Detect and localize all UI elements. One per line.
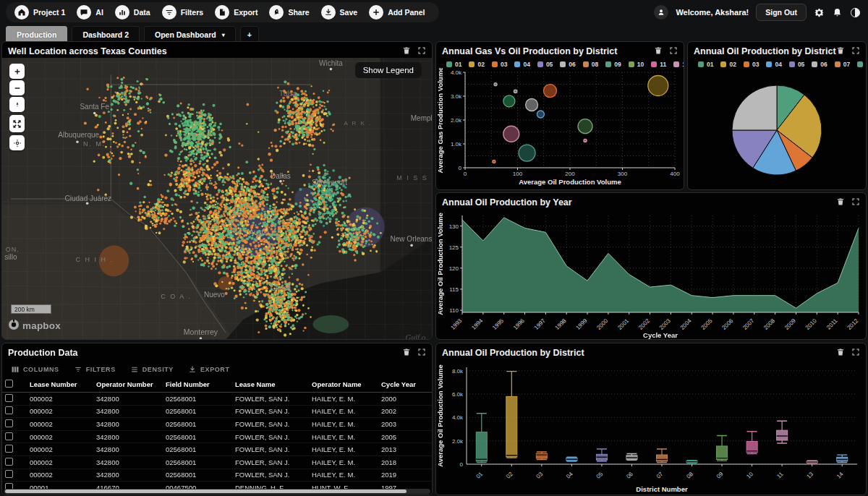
nav-item-data[interactable]: Data	[114, 4, 158, 21]
bubble-point[interactable]	[519, 145, 535, 161]
table-toolbar-export[interactable]: EXPORT	[188, 365, 230, 374]
expand-icon[interactable]	[851, 196, 860, 209]
select-all-checkbox[interactable]	[5, 380, 13, 388]
bubble-chart[interactable]: 01.0k2.0k3.0k4.0k0100200300400Average Oi…	[436, 68, 684, 189]
bubble-point[interactable]	[526, 99, 538, 111]
settings-gear-icon[interactable]	[814, 7, 825, 18]
table-toolbar-density[interactable]: DENSITY	[130, 365, 174, 374]
row-checkbox[interactable]	[5, 432, 13, 440]
table-scrollbar-thumb[interactable]	[5, 489, 407, 493]
map-compass-button[interactable]	[9, 97, 25, 112]
row-checkbox[interactable]	[5, 406, 13, 414]
map-geolocate-button[interactable]	[9, 135, 25, 150]
column-header[interactable]: Field Number	[163, 377, 232, 393]
expand-icon[interactable]	[851, 45, 860, 58]
nav-item-filters[interactable]: Filters	[161, 4, 211, 21]
table-row[interactable]: 00000234280002568001FOWLER, SAN J.HAILEY…	[2, 430, 433, 443]
legend-item[interactable]: 10	[629, 61, 644, 68]
trash-icon[interactable]	[836, 45, 845, 58]
nav-item-export[interactable]: Export	[213, 4, 265, 21]
table-row[interactable]: 00000234280002568001FOWLER, SAN J.HAILEY…	[2, 443, 433, 456]
box-02[interactable]	[506, 372, 517, 458]
box-13[interactable]	[807, 461, 817, 463]
bubble-point[interactable]	[503, 95, 515, 107]
bubble-point[interactable]	[584, 139, 587, 142]
table-toolbar-filters[interactable]: FILTERS	[74, 365, 116, 374]
box-07[interactable]	[657, 449, 668, 463]
trash-icon[interactable]	[836, 196, 845, 209]
box-plot-chart[interactable]: 02.0k4.0k6.0k8.0k01020304050607080910111…	[436, 362, 866, 495]
trash-icon[interactable]	[402, 45, 411, 58]
box-03[interactable]	[536, 452, 547, 459]
box-01[interactable]	[476, 414, 487, 463]
theme-contrast-icon[interactable]	[850, 7, 861, 18]
column-header[interactable]: Cycle Year	[378, 377, 430, 393]
bubble-point[interactable]	[494, 83, 497, 86]
legend-item[interactable]: 03	[492, 61, 507, 68]
legend-item[interactable]: 06	[560, 61, 575, 68]
nav-item-share[interactable]: Share	[268, 4, 316, 21]
mapbox-logo[interactable]: mapbox	[8, 319, 61, 333]
legend-item[interactable]: ...	[857, 61, 866, 68]
bubble-point[interactable]	[648, 75, 668, 95]
legend-item[interactable]: 08	[583, 61, 598, 68]
column-header[interactable]: Oil Gas Co	[430, 377, 433, 393]
bubble-point[interactable]	[543, 85, 556, 98]
legend-item[interactable]: 07	[835, 61, 850, 68]
table-row[interactable]: 00000234280002568001FOWLER, SAN J.HAILEY…	[2, 456, 433, 469]
box-14[interactable]	[837, 455, 848, 462]
bubble-point[interactable]	[514, 90, 516, 93]
expand-icon[interactable]	[417, 45, 426, 58]
box-11[interactable]	[777, 421, 788, 443]
column-header[interactable]: Operator Number	[93, 377, 163, 393]
nav-item-save[interactable]: Save	[320, 4, 365, 21]
legend-item[interactable]: 01	[698, 61, 713, 68]
notifications-bell-icon[interactable]	[832, 7, 843, 18]
sign-out-button[interactable]: Sign Out	[756, 4, 807, 21]
column-header[interactable]: Lease Name	[232, 377, 309, 393]
map-fullscreen-button[interactable]	[9, 115, 25, 132]
bubble-point[interactable]	[537, 111, 544, 118]
pie-slice-06[interactable]	[732, 85, 777, 130]
table-row[interactable]: 00000234280002568001FOWLER, SAN J.HAILEY…	[2, 393, 433, 406]
expand-icon[interactable]	[669, 45, 678, 58]
show-legend-button[interactable]: Show Legend	[355, 62, 422, 78]
box-10[interactable]	[746, 432, 757, 454]
pie-chart[interactable]	[688, 68, 866, 189]
table-row[interactable]: 00000234280002568001FOWLER, SAN J.HAILEY…	[2, 405, 433, 418]
trash-icon[interactable]	[402, 346, 411, 359]
expand-icon[interactable]	[417, 346, 426, 359]
box-04[interactable]	[566, 457, 577, 461]
bubble-point[interactable]	[493, 161, 495, 163]
legend-item[interactable]: 06	[812, 61, 827, 68]
legend-item[interactable]: 05	[789, 61, 804, 68]
table-row[interactable]: 0000141667000467500DENNING, H. F.HUNT, W…	[2, 494, 433, 495]
table-row[interactable]: 00000234280002568001FOWLER, SAN J.HAILEY…	[2, 469, 433, 482]
box-06[interactable]	[626, 453, 637, 460]
legend-item[interactable]: 02	[720, 61, 736, 68]
nav-item-add-panel[interactable]: Add Panel	[367, 4, 432, 21]
legend-item[interactable]: 02	[469, 61, 484, 68]
row-checkbox[interactable]	[5, 419, 13, 427]
bubble-point[interactable]	[578, 119, 592, 134]
row-checkbox[interactable]	[5, 445, 13, 453]
column-header[interactable]: Lease Number	[27, 377, 93, 393]
legend-item[interactable]: 01	[446, 61, 461, 68]
legend-item[interactable]: 04	[766, 61, 781, 68]
box-05[interactable]	[596, 449, 607, 461]
nav-item-ai[interactable]: AI	[75, 4, 111, 21]
trash-icon[interactable]	[654, 45, 663, 58]
bubble-point[interactable]	[503, 126, 519, 142]
row-checkbox[interactable]	[5, 458, 13, 466]
legend-item[interactable]: 03	[744, 61, 759, 68]
nav-item-project-1[interactable]: Project 1	[13, 4, 72, 21]
row-checkbox[interactable]	[5, 470, 13, 478]
column-header[interactable]: Operator Name	[309, 377, 378, 393]
area-chart[interactable]: 1101151201251301993199419951996199719981…	[436, 211, 866, 340]
box-09[interactable]	[717, 435, 728, 461]
legend-item[interactable]: 13	[673, 61, 684, 68]
map-zoom-in-button[interactable]	[9, 64, 25, 79]
legend-item[interactable]: 09	[605, 61, 621, 68]
expand-icon[interactable]	[851, 346, 860, 359]
map-zoom-out-button[interactable]	[9, 80, 25, 95]
